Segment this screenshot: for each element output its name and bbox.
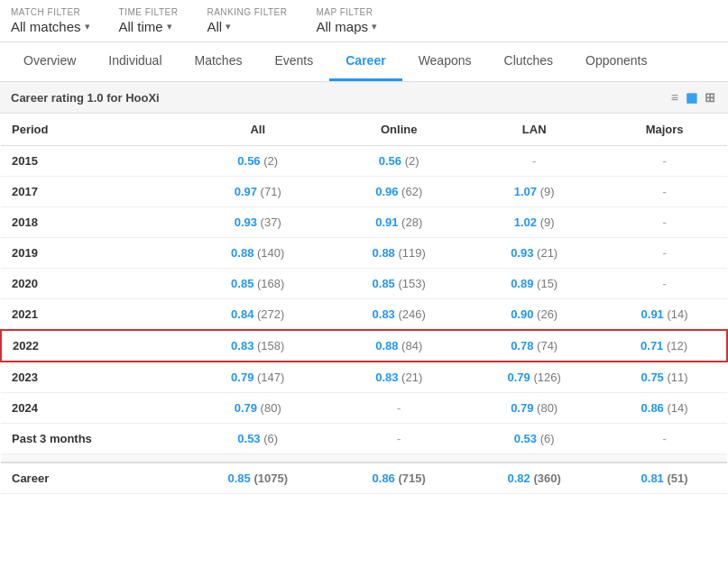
cell-majors: 0.75 (11)	[602, 362, 727, 393]
cell-period: 2019	[1, 238, 184, 269]
cell-lan: 0.78 (74)	[466, 330, 602, 362]
tab-individual[interactable]: Individual	[92, 42, 178, 81]
cell-online: -	[331, 424, 466, 454]
col-lan: LAN	[466, 114, 602, 146]
list-view-icon[interactable]: ≡	[669, 89, 680, 105]
cell-all: 0.85 (168)	[184, 269, 331, 299]
cell-majors: -	[602, 238, 727, 269]
table-row: 2019 0.88 (140) 0.88 (119) 0.93 (21) -	[1, 238, 727, 269]
filter-bar: MATCH FILTER All matches ▾ TIME FILTER A…	[0, 0, 728, 42]
cell-period: 2022	[1, 330, 184, 362]
grid-view-icon[interactable]: ▦	[684, 89, 699, 105]
match-filter-dropdown[interactable]: All matches ▾	[11, 19, 90, 34]
cell-lan: 0.90 (26)	[466, 299, 602, 331]
tab-events[interactable]: Events	[258, 42, 329, 81]
table-header-row: Period All Online LAN Majors	[1, 114, 727, 146]
table-row: 2017 0.97 (71) 0.96 (62) 1.07 (9) -	[1, 177, 727, 207]
nav-tabs: Overview Individual Matches Events Caree…	[0, 42, 728, 82]
cell-all: 0.88 (140)	[184, 238, 331, 269]
col-all: All	[184, 114, 331, 146]
cell-majors: -	[602, 424, 727, 454]
tab-opponents[interactable]: Opponents	[569, 42, 664, 81]
col-period: Period	[1, 114, 184, 146]
cell-online: 0.56 (2)	[331, 146, 466, 177]
compact-view-icon[interactable]: ⊞	[703, 89, 717, 105]
cell-online: 0.91 (28)	[331, 207, 466, 238]
table-row: 2021 0.84 (272) 0.83 (246) 0.90 (26) 0.9…	[1, 299, 727, 331]
cell-period: 2015	[1, 146, 184, 177]
col-majors: Majors	[602, 114, 727, 146]
time-filter-dropdown[interactable]: All time ▾	[119, 19, 179, 34]
time-filter-value: All time	[119, 19, 163, 34]
cell-lan: 0.89 (15)	[466, 269, 602, 299]
section-title: Career rating 1.0 for HooXi	[11, 91, 160, 105]
cell-all: 0.83 (158)	[184, 330, 331, 362]
col-online: Online	[331, 114, 466, 146]
cell-career-all: 0.85 (1075)	[184, 462, 331, 494]
cell-online: 0.83 (21)	[331, 362, 466, 393]
cell-all: 0.79 (80)	[184, 393, 331, 424]
map-filter-label: MAP FILTER	[316, 7, 377, 17]
career-table: Period All Online LAN Majors 2015 0.56 (…	[0, 114, 728, 494]
time-filter-group: TIME FILTER All time ▾	[119, 7, 179, 34]
cell-period: 2020	[1, 269, 184, 299]
cell-majors: -	[602, 146, 727, 177]
match-filter-label: MATCH FILTER	[11, 7, 90, 17]
tab-weapons[interactable]: Weapons	[402, 42, 488, 81]
match-filter-arrow-icon: ▾	[85, 21, 90, 32]
cell-all: 0.53 (6)	[184, 424, 331, 454]
ranking-filter-dropdown[interactable]: All ▾	[207, 19, 287, 34]
cell-lan: -	[466, 146, 602, 177]
table-row: Past 3 months 0.53 (6) - 0.53 (6) -	[1, 424, 727, 454]
separator-row	[1, 454, 727, 463]
cell-all: 0.93 (37)	[184, 207, 331, 238]
tab-overview[interactable]: Overview	[7, 42, 92, 81]
cell-online: 0.85 (153)	[331, 269, 466, 299]
cell-all: 0.97 (71)	[184, 177, 331, 207]
cell-online: 0.83 (246)	[331, 299, 466, 331]
view-icons: ≡ ▦ ⊞	[669, 89, 717, 105]
table-row: 2024 0.79 (80) - 0.79 (80) 0.86 (14)	[1, 393, 727, 424]
table-row: 2015 0.56 (2) 0.56 (2) - -	[1, 146, 727, 177]
cell-online: 0.88 (119)	[331, 238, 466, 269]
cell-all: 0.79 (147)	[184, 362, 331, 393]
cell-lan: 0.79 (126)	[466, 362, 602, 393]
cell-online: 0.96 (62)	[331, 177, 466, 207]
map-filter-group: MAP FILTER All maps ▾	[316, 7, 377, 34]
cell-majors: -	[602, 207, 727, 238]
cell-online: -	[331, 393, 466, 424]
match-filter-group: MATCH FILTER All matches ▾	[11, 7, 90, 34]
cell-career-lan: 0.82 (360)	[466, 462, 602, 494]
table-row: 2020 0.85 (168) 0.85 (153) 0.89 (15) -	[1, 269, 727, 299]
time-filter-arrow-icon: ▾	[167, 21, 172, 32]
cell-career-majors: 0.81 (51)	[602, 462, 727, 494]
map-filter-arrow-icon: ▾	[372, 21, 377, 32]
cell-majors: -	[602, 177, 727, 207]
cell-lan: 1.02 (9)	[466, 207, 602, 238]
career-summary-row: Career 0.85 (1075) 0.86 (715) 0.82 (360)…	[1, 462, 727, 494]
cell-period: 2024	[1, 393, 184, 424]
ranking-filter-group: RANKING FILTER All ▾	[207, 7, 287, 34]
section-header: Career rating 1.0 for HooXi ≡ ▦ ⊞	[0, 82, 728, 114]
tab-career[interactable]: Career	[329, 42, 401, 81]
table-row: 2023 0.79 (147) 0.83 (21) 0.79 (126) 0.7…	[1, 362, 727, 393]
tab-matches[interactable]: Matches	[179, 42, 259, 81]
table-row: 2018 0.93 (37) 0.91 (28) 1.02 (9) -	[1, 207, 727, 238]
ranking-filter-label: RANKING FILTER	[207, 7, 287, 17]
cell-majors: 0.91 (14)	[602, 299, 727, 331]
table-row: 2022 0.83 (158) 0.88 (84) 0.78 (74) 0.71…	[1, 330, 727, 362]
cell-majors: -	[602, 269, 727, 299]
cell-period: 2018	[1, 207, 184, 238]
cell-lan: 0.53 (6)	[466, 424, 602, 454]
cell-lan: 0.79 (80)	[466, 393, 602, 424]
tab-clutches[interactable]: Clutches	[488, 42, 569, 81]
cell-all: 0.56 (2)	[184, 146, 331, 177]
ranking-filter-value: All	[207, 19, 222, 34]
cell-period: 2017	[1, 177, 184, 207]
cell-online: 0.88 (84)	[331, 330, 466, 362]
cell-all: 0.84 (272)	[184, 299, 331, 331]
map-filter-dropdown[interactable]: All maps ▾	[316, 19, 377, 34]
cell-lan: 0.93 (21)	[466, 238, 602, 269]
cell-career-period: Career	[1, 462, 184, 494]
cell-lan: 1.07 (9)	[466, 177, 602, 207]
